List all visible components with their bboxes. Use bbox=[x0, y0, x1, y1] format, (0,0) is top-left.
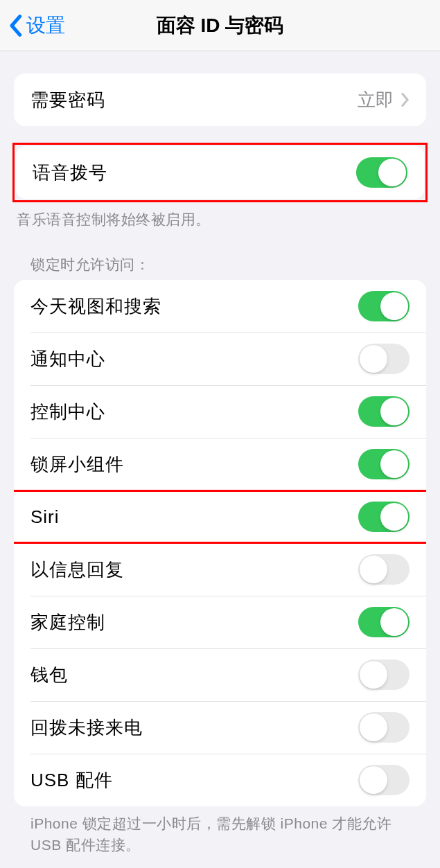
locked-access-row: 通知中心 bbox=[14, 333, 426, 385]
back-button[interactable]: 设置 bbox=[0, 12, 65, 39]
locked-access-row: 钱包 bbox=[14, 648, 426, 701]
voice-dial-highlight: 语音拨号 bbox=[12, 143, 428, 202]
nav-bar: 设置 面容 ID 与密码 bbox=[0, 0, 440, 51]
locked-access-toggle[interactable] bbox=[358, 712, 410, 743]
require-passcode-value: 立即 bbox=[358, 88, 394, 112]
toggle-knob bbox=[378, 159, 406, 186]
require-passcode-label: 需要密码 bbox=[30, 88, 105, 112]
locked-access-row: 回拨未接来电 bbox=[14, 701, 426, 754]
page-title: 面容 ID 与密码 bbox=[0, 12, 440, 39]
locked-access-toggle[interactable] bbox=[358, 291, 410, 321]
locked-access-label: 回拨未接来电 bbox=[30, 716, 143, 740]
locked-access-row: 以信息回复 bbox=[14, 543, 426, 596]
locked-access-row: Siri bbox=[14, 490, 426, 543]
toggle-knob bbox=[380, 608, 408, 636]
locked-access-toggle[interactable] bbox=[358, 554, 410, 585]
voice-dial-label: 语音拨号 bbox=[33, 161, 107, 185]
toggle-knob bbox=[360, 345, 387, 373]
voice-dial-toggle[interactable] bbox=[356, 157, 407, 188]
toggle-knob bbox=[360, 766, 387, 794]
back-label: 设置 bbox=[26, 12, 65, 39]
locked-access-label: 锁屏小组件 bbox=[30, 452, 124, 477]
locked-access-footer: iPhone 锁定超过一小时后，需先解锁 iPhone 才能允许 USB 配件连… bbox=[30, 813, 410, 856]
locked-access-row: 锁屏小组件 bbox=[14, 438, 426, 490]
locked-access-row: 今天视图和搜索 bbox=[14, 280, 426, 333]
locked-access-header: 锁定时允许访问： bbox=[30, 255, 410, 274]
locked-access-toggle[interactable] bbox=[358, 502, 410, 532]
chevron-left-icon bbox=[8, 14, 22, 37]
locked-access-row: USB 配件 bbox=[14, 754, 426, 806]
toggle-knob bbox=[380, 450, 408, 478]
voice-dial-row: 语音拨号 bbox=[16, 146, 424, 199]
locked-access-row: 控制中心 bbox=[14, 385, 426, 438]
locked-access-label: 家庭控制 bbox=[30, 610, 105, 635]
toggle-knob bbox=[380, 292, 408, 320]
locked-access-toggle[interactable] bbox=[358, 607, 410, 637]
locked-access-toggle[interactable] bbox=[358, 659, 410, 690]
locked-access-label: 控制中心 bbox=[30, 400, 105, 424]
locked-access-label: 以信息回复 bbox=[30, 558, 124, 582]
require-passcode-row[interactable]: 需要密码 立即 bbox=[14, 73, 426, 126]
toggle-knob bbox=[380, 398, 408, 425]
toggle-knob bbox=[380, 503, 408, 531]
locked-access-label: USB 配件 bbox=[30, 768, 113, 792]
toggle-knob bbox=[360, 714, 387, 741]
locked-access-toggle[interactable] bbox=[358, 344, 410, 374]
locked-access-row: 家庭控制 bbox=[14, 596, 426, 648]
locked-access-group: 今天视图和搜索通知中心控制中心锁屏小组件Siri以信息回复家庭控制钱包回拨未接来… bbox=[14, 280, 426, 806]
locked-access-toggle[interactable] bbox=[358, 396, 410, 427]
locked-access-toggle[interactable] bbox=[358, 449, 410, 479]
locked-access-toggle[interactable] bbox=[358, 765, 410, 795]
toggle-knob bbox=[360, 556, 387, 583]
voice-dial-footer: 音乐语音控制将始终被启用。 bbox=[17, 209, 423, 230]
chevron-right-icon bbox=[401, 92, 410, 107]
locked-access-label: 今天视图和搜索 bbox=[30, 294, 161, 319]
toggle-knob bbox=[360, 661, 387, 689]
locked-access-label: 通知中心 bbox=[30, 347, 105, 371]
locked-access-label: Siri bbox=[30, 506, 60, 528]
locked-access-label: 钱包 bbox=[30, 663, 68, 687]
